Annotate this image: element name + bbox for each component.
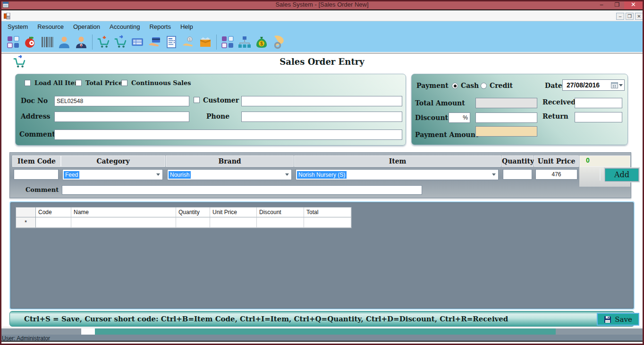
divider bbox=[600, 168, 601, 181]
grid-cell[interactable] bbox=[71, 217, 176, 228]
chevron-down-icon bbox=[285, 173, 289, 176]
address-input[interactable] bbox=[54, 112, 189, 122]
svg-text:1: 1 bbox=[189, 38, 191, 41]
invoice-card-icon[interactable] bbox=[130, 35, 144, 49]
address-label: Address bbox=[21, 112, 51, 120]
cash-radio[interactable] bbox=[452, 83, 458, 89]
employee-person-icon[interactable] bbox=[74, 35, 88, 49]
title-bar[interactable]: Sales System - [Sales Order New] – ❐ ✕ bbox=[0, 0, 644, 10]
col-code[interactable]: Code bbox=[36, 207, 71, 217]
category-blocks-2-icon[interactable] bbox=[220, 35, 235, 49]
menu-reports[interactable]: Reports bbox=[144, 22, 176, 31]
received-label: Received bbox=[542, 98, 576, 106]
total-amount-label: Total Amount bbox=[415, 99, 465, 107]
scrollbar-track-right[interactable] bbox=[95, 328, 556, 335]
cart-arrow-down-icon[interactable] bbox=[96, 35, 110, 49]
stock-box-icon[interactable] bbox=[198, 35, 212, 49]
barcode-icon[interactable] bbox=[40, 35, 54, 49]
grid-cell[interactable] bbox=[36, 217, 71, 228]
total-price-checkbox[interactable] bbox=[76, 80, 82, 86]
money-bag-icon[interactable]: $ bbox=[254, 35, 269, 49]
payment-amount-input[interactable] bbox=[475, 126, 537, 137]
menu-help[interactable]: Help bbox=[176, 22, 198, 31]
minimize-button[interactable]: – bbox=[594, 0, 609, 9]
col-total[interactable]: Total bbox=[304, 207, 351, 217]
unit-price-header: Unit Price bbox=[534, 155, 579, 167]
hand-ring-icon[interactable] bbox=[271, 35, 286, 49]
apple-item-icon[interactable] bbox=[23, 35, 37, 49]
cash-label: Cash bbox=[461, 82, 479, 89]
scrollbar-track-end[interactable] bbox=[556, 328, 644, 335]
menu-resource[interactable]: Resource bbox=[33, 22, 68, 31]
menu-system[interactable]: System bbox=[3, 22, 33, 31]
discount-percent-input[interactable] bbox=[449, 112, 470, 123]
continuous-sales-checkbox[interactable] bbox=[121, 80, 127, 86]
return-input[interactable] bbox=[575, 112, 622, 122]
close-button[interactable]: ✕ bbox=[624, 0, 643, 9]
item-code-input[interactable] bbox=[14, 169, 59, 180]
discount-label: Discount bbox=[415, 114, 448, 121]
category-select[interactable]: Feed bbox=[62, 169, 163, 180]
total-price-label: Total Price bbox=[85, 79, 123, 86]
brand-select[interactable]: Nourish bbox=[167, 169, 292, 180]
toolbar-divider bbox=[0, 52, 644, 53]
discount-amount-input[interactable] bbox=[475, 112, 537, 123]
comment-input[interactable] bbox=[54, 129, 402, 140]
col-discount[interactable]: Discount bbox=[257, 207, 304, 217]
doc-no-input[interactable] bbox=[54, 96, 189, 106]
credit-radio[interactable] bbox=[481, 83, 487, 89]
mdi-restore-button[interactable]: ❐ bbox=[626, 13, 634, 20]
floppy-disk-icon bbox=[604, 316, 611, 323]
maximize-button[interactable]: ❐ bbox=[610, 0, 624, 9]
item-entry-panel: Item Code Category Brand Item Quantity U… bbox=[9, 152, 631, 198]
scrollbar-track-left[interactable] bbox=[0, 328, 81, 335]
grid-cell[interactable] bbox=[210, 217, 257, 228]
chevron-down-icon bbox=[492, 173, 496, 176]
scrollbar-thumb[interactable] bbox=[81, 328, 95, 335]
toolbar-separator bbox=[216, 34, 217, 50]
col-quantity[interactable]: Quantity bbox=[176, 207, 210, 217]
item-header: Item bbox=[294, 155, 501, 167]
app-window: Sales System - [Sales Order New] – ❐ ✕ –… bbox=[0, 0, 644, 345]
order-grid-panel: Code Name Quantity Unit Price Discount T… bbox=[9, 201, 635, 310]
user-status-text: User: Administrator bbox=[2, 335, 50, 342]
grid-cell[interactable] bbox=[257, 217, 304, 228]
grid-cell[interactable] bbox=[304, 217, 351, 228]
order-items-grid[interactable]: Code Name Quantity Unit Price Discount T… bbox=[16, 207, 352, 228]
horizontal-scrollbar[interactable] bbox=[0, 328, 644, 335]
calendar-icon[interactable] bbox=[611, 82, 623, 88]
mdi-close-button[interactable]: ✕ bbox=[635, 13, 643, 20]
payment-label: Payment bbox=[416, 82, 449, 89]
item-value: Norish Nursery (S) bbox=[297, 171, 347, 179]
customer-person-icon[interactable] bbox=[57, 35, 71, 49]
customer-label: Customer bbox=[203, 96, 239, 104]
toolbar-separator bbox=[92, 34, 93, 50]
date-picker[interactable]: 27/08/2016 bbox=[562, 79, 625, 91]
credit-label: Credit bbox=[490, 82, 513, 89]
page-title: Sales Order Entry bbox=[0, 57, 644, 67]
cart-arrow-right-icon[interactable] bbox=[113, 35, 127, 49]
item-comment-input[interactable] bbox=[62, 185, 422, 195]
save-button[interactable]: Save bbox=[597, 313, 639, 326]
payment-amount-label: Payment Amount bbox=[415, 131, 478, 138]
grid-cell[interactable] bbox=[176, 217, 210, 228]
hierarchy-icon[interactable] bbox=[237, 35, 252, 49]
hand-coin-icon[interactable]: 1 bbox=[181, 35, 195, 49]
col-name[interactable]: Name bbox=[71, 207, 176, 217]
received-input[interactable] bbox=[575, 98, 622, 108]
quantity-input[interactable] bbox=[503, 169, 532, 180]
mdi-minimize-button[interactable]: – bbox=[616, 13, 624, 20]
item-select[interactable]: Norish Nursery (S) bbox=[296, 169, 499, 180]
hand-credit-card-icon[interactable] bbox=[147, 35, 161, 49]
col-unit-price[interactable]: Unit Price bbox=[210, 207, 257, 217]
unit-price-input[interactable] bbox=[535, 169, 577, 180]
menu-accounting[interactable]: Accounting bbox=[105, 22, 144, 31]
load-all-item-checkbox[interactable] bbox=[25, 80, 31, 86]
menu-operation[interactable]: Operation bbox=[68, 22, 105, 31]
customer-input[interactable] bbox=[241, 96, 402, 106]
category-blocks-icon[interactable] bbox=[6, 35, 20, 49]
customer-checkbox[interactable] bbox=[194, 97, 200, 103]
add-button[interactable]: Add bbox=[605, 168, 639, 181]
phone-input[interactable] bbox=[241, 112, 402, 122]
receipt-list-icon[interactable] bbox=[164, 35, 178, 49]
